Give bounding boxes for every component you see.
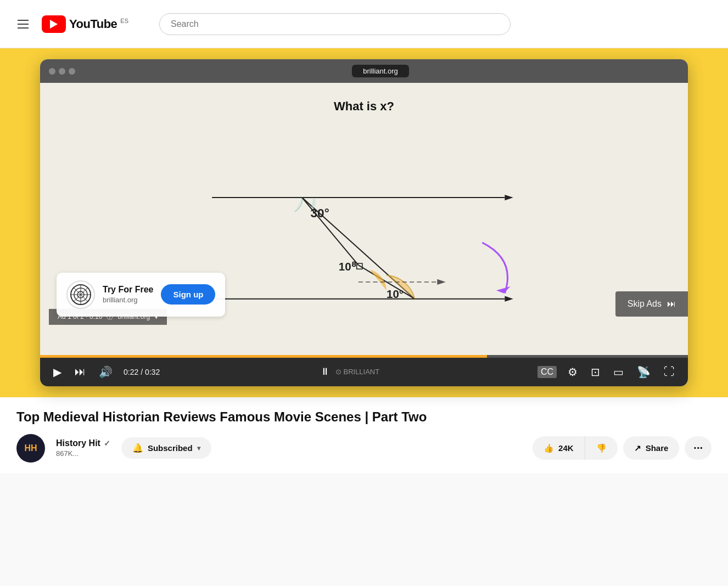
time-current: 0:22	[124, 368, 138, 376]
theater-button[interactable]: ▭	[611, 364, 626, 380]
share-button[interactable]: ↗ Share	[623, 436, 680, 460]
skip-ads-button[interactable]: Skip Ads ⏭	[615, 291, 688, 317]
ad-domain: brilliant.org	[103, 296, 153, 304]
ad-overlay: Try For Free brilliant.org Sign up	[57, 273, 225, 317]
chevron-down-icon: ▾	[197, 444, 200, 452]
skip-ads-icon: ⏭	[667, 299, 676, 309]
channel-subs: 867K...	[56, 449, 110, 458]
pause-watermark-button[interactable]: ⏸	[318, 365, 332, 379]
like-dislike-group: 👍 24K 👎	[533, 436, 618, 460]
svg-text:10⁸: 10⁸	[339, 260, 356, 273]
channel-avatar[interactable]: HH	[16, 434, 45, 463]
share-label: Share	[646, 443, 669, 453]
video-container: brilliant.org What is x? 30°	[0, 48, 728, 397]
cc-button[interactable]: CC	[537, 366, 557, 378]
brilliant-logo-icon	[70, 284, 92, 306]
next-button[interactable]: ⏭	[72, 364, 88, 379]
play-button[interactable]: ▶	[51, 364, 64, 380]
hamburger-menu-button[interactable]	[13, 15, 33, 33]
progress-bar[interactable]	[40, 355, 688, 358]
video-player: brilliant.org What is x? 30°	[40, 59, 688, 386]
time-display: 0:22 / 0:32	[124, 368, 160, 376]
action-buttons: 👍 24K 👎 ↗ Share ···	[533, 436, 712, 460]
skip-ads-label: Skip Ads	[628, 299, 662, 309]
dot-yellow	[59, 68, 65, 75]
fullscreen-button[interactable]: ⛶	[662, 364, 677, 379]
youtube-icon	[42, 15, 66, 33]
dislike-button[interactable]: 👎	[585, 436, 618, 460]
svg-line-7	[302, 198, 359, 265]
progress-fill	[40, 355, 487, 358]
browser-url-area: brilliant.org	[82, 65, 679, 77]
thumbs-up-icon: 👍	[544, 443, 554, 453]
watermark-text: ⊙ BRILLIANT	[335, 368, 379, 376]
header: YouTube ES	[0, 0, 728, 48]
verified-icon: ✓	[104, 439, 110, 448]
settings-button[interactable]: ⚙	[565, 364, 580, 380]
more-icon: ···	[693, 442, 703, 454]
cast-button[interactable]: 📡	[635, 364, 653, 380]
svg-marker-1	[505, 195, 513, 200]
share-icon: ↗	[634, 443, 641, 453]
subscribe-label: Subscribed	[148, 443, 193, 453]
browser-dots	[49, 68, 75, 75]
like-button[interactable]: 👍 24K	[533, 436, 585, 460]
time-separator: /	[141, 368, 145, 376]
signup-button[interactable]: Sign up	[161, 284, 215, 305]
svg-marker-5	[505, 296, 513, 302]
channel-info: History Hit ✓ 867K...	[56, 438, 110, 458]
more-button[interactable]: ···	[685, 436, 712, 460]
bell-icon: 🔔	[132, 443, 143, 453]
time-total: 0:32	[145, 368, 160, 376]
player-controls: ▶ ⏭ 🔊 0:22 / 0:32 ⏸ ⊙ BRILLIANT CC ⚙ ⊡ ▭…	[40, 358, 688, 386]
volume-button[interactable]: 🔊	[97, 364, 115, 380]
country-code: ES	[120, 18, 128, 24]
search-input[interactable]	[159, 13, 511, 35]
video-title: Top Medieval Historian Reviews Famous Mo…	[16, 408, 712, 425]
svg-text:10°: 10°	[387, 288, 404, 300]
channel-row: HH History Hit ✓ 867K... 🔔 Subscribed ▾ …	[16, 434, 712, 463]
ad-try-label: Try For Free	[103, 285, 153, 295]
ad-logo	[66, 280, 95, 309]
diagram-area: What is x? 30°	[40, 83, 688, 355]
ad-info: Try For Free brilliant.org	[103, 285, 153, 304]
like-count: 24K	[558, 443, 574, 453]
svg-marker-10	[437, 279, 445, 285]
search-bar	[159, 13, 511, 35]
thumbs-down-icon: 👎	[596, 443, 607, 453]
dot-green	[69, 68, 75, 75]
browser-chrome: brilliant.org	[40, 59, 688, 83]
dot-red	[49, 68, 55, 75]
youtube-text: YouTube	[69, 17, 117, 31]
miniplayer-button[interactable]: ⊡	[589, 364, 602, 380]
channel-name: History Hit ✓	[56, 438, 110, 448]
youtube-logo[interactable]: YouTube ES	[42, 15, 128, 33]
browser-url-bar: brilliant.org	[352, 65, 409, 77]
subscribe-button[interactable]: 🔔 Subscribed ▾	[121, 437, 211, 459]
svg-text:30°: 30°	[311, 206, 329, 220]
watermark: ⏸ ⊙ BRILLIANT	[169, 365, 529, 379]
main-content: brilliant.org What is x? 30°	[0, 48, 728, 474]
diagram-title: What is x?	[334, 99, 394, 114]
below-video: Top Medieval Historian Reviews Famous Mo…	[0, 397, 728, 474]
svg-marker-13	[496, 286, 511, 293]
